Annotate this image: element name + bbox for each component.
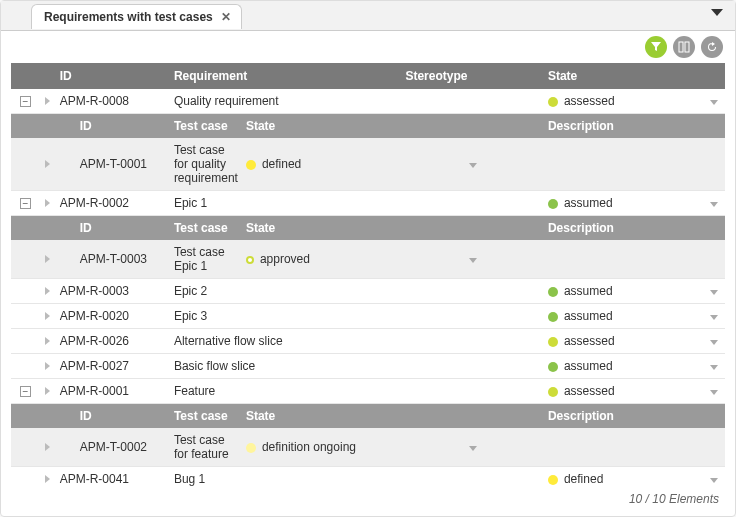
state-dropdown-icon[interactable] (710, 100, 718, 105)
footer-count: 10 / 10 Elements (1, 486, 735, 516)
tc-state: defined (242, 138, 402, 191)
req-state: defined (544, 467, 704, 487)
req-stereotype (401, 279, 544, 304)
chevron-right-icon (45, 387, 50, 395)
req-stereotype (401, 329, 544, 354)
requirement-row[interactable]: APM-R-0027Basic flow sliceassumed (11, 354, 725, 379)
col-requirement[interactable]: Requirement (170, 63, 402, 89)
state-dropdown-icon[interactable] (469, 258, 477, 263)
req-state: assessed (544, 89, 704, 114)
tc-id: APM-T-0001 (56, 138, 170, 191)
state-dropdown-icon[interactable] (710, 390, 718, 395)
tc-description (544, 428, 725, 467)
reload-button[interactable] (701, 36, 723, 58)
table-container: IDRequirementStereotypeState−APM-R-0008Q… (1, 63, 735, 486)
status-dot-icon (246, 256, 254, 264)
state-dropdown-icon[interactable] (710, 202, 718, 207)
tc-id: APM-T-0002 (56, 428, 170, 467)
chevron-right-icon (45, 312, 50, 320)
testcase-row[interactable]: APM-T-0001Test case for quality requirem… (11, 138, 725, 191)
tab-requirements[interactable]: Requirements with test cases ✕ (31, 4, 242, 29)
status-dot-icon (548, 312, 558, 322)
requirement-row[interactable]: APM-R-0041Bug 1defined (11, 467, 725, 487)
req-id: APM-R-0026 (56, 329, 170, 354)
state-dropdown-icon[interactable] (710, 290, 718, 295)
state-dropdown-icon[interactable] (710, 315, 718, 320)
req-name: Alternative flow slice (170, 329, 402, 354)
tc-id: APM-T-0003 (56, 240, 170, 279)
col-state[interactable]: State (544, 63, 725, 89)
req-name: Epic 1 (170, 191, 402, 216)
chevron-down-icon[interactable] (711, 9, 723, 16)
subcol-id[interactable]: ID (56, 404, 170, 429)
status-dot-icon (548, 97, 558, 107)
subcol-description[interactable]: Description (544, 404, 725, 429)
req-state: assumed (544, 279, 704, 304)
chevron-right-icon (45, 443, 50, 451)
subcol-testcase[interactable]: Test case (170, 216, 242, 241)
subcol-description[interactable]: Description (544, 114, 725, 139)
testcase-row[interactable]: APM-T-0003Test case Epic 1approved (11, 240, 725, 279)
subcol-testcase[interactable]: Test case (170, 404, 242, 429)
status-dot-icon (548, 199, 558, 209)
chevron-right-icon (45, 255, 50, 263)
table-header-main: IDRequirementStereotypeState (11, 63, 725, 89)
subcol-id[interactable]: ID (56, 114, 170, 139)
req-name: Bug 1 (170, 467, 402, 487)
filter-button[interactable] (645, 36, 667, 58)
req-name: Basic flow slice (170, 354, 402, 379)
subcol-testcase[interactable]: Test case (170, 114, 242, 139)
subcol-state[interactable]: State (242, 114, 544, 139)
status-dot-icon (246, 160, 256, 170)
subcol-id[interactable]: ID (56, 216, 170, 241)
tc-name: Test case Epic 1 (170, 240, 242, 279)
collapse-icon[interactable]: − (20, 96, 31, 107)
requirement-row[interactable]: −APM-R-0008Quality requirementassessed (11, 89, 725, 114)
tc-description (544, 138, 725, 191)
state-dropdown-icon[interactable] (469, 446, 477, 451)
req-name: Feature (170, 379, 402, 404)
table-header-sub: IDTest caseStateDescription (11, 216, 725, 241)
svg-rect-0 (679, 42, 683, 52)
req-stereotype (401, 354, 544, 379)
tc-description (544, 240, 725, 279)
requirement-row[interactable]: APM-R-0003Epic 2assumed (11, 279, 725, 304)
requirements-table: IDRequirementStereotypeState−APM-R-0008Q… (11, 63, 725, 486)
collapse-icon[interactable]: − (20, 386, 31, 397)
requirement-row[interactable]: APM-R-0026Alternative flow sliceassessed (11, 329, 725, 354)
tc-state: approved (242, 240, 402, 279)
chevron-right-icon (45, 287, 50, 295)
subcol-description[interactable]: Description (544, 216, 725, 241)
chevron-right-icon (45, 160, 50, 168)
requirement-row[interactable]: −APM-R-0001Featureassessed (11, 379, 725, 404)
requirement-row[interactable]: −APM-R-0002Epic 1assumed (11, 191, 725, 216)
toolbar (1, 31, 735, 63)
col-id[interactable]: ID (56, 63, 170, 89)
close-icon[interactable]: ✕ (221, 10, 231, 24)
status-dot-icon (548, 337, 558, 347)
collapse-icon[interactable]: − (20, 198, 31, 209)
requirements-window: Requirements with test cases ✕ IDRequire… (0, 0, 736, 517)
status-dot-icon (548, 475, 558, 485)
columns-button[interactable] (673, 36, 695, 58)
requirement-row[interactable]: APM-R-0020Epic 3assumed (11, 304, 725, 329)
state-dropdown-icon[interactable] (710, 365, 718, 370)
req-state: assessed (544, 379, 704, 404)
chevron-right-icon (45, 199, 50, 207)
testcase-row[interactable]: APM-T-0002Test case for featuredefinitio… (11, 428, 725, 467)
tab-bar: Requirements with test cases ✕ (1, 1, 735, 31)
status-dot-icon (548, 387, 558, 397)
subcol-state[interactable]: State (242, 216, 544, 241)
chevron-right-icon (45, 97, 50, 105)
state-dropdown-icon[interactable] (710, 340, 718, 345)
req-stereotype (401, 379, 544, 404)
state-dropdown-icon[interactable] (469, 163, 477, 168)
req-id: APM-R-0020 (56, 304, 170, 329)
state-dropdown-icon[interactable] (710, 478, 718, 483)
col-stereotype[interactable]: Stereotype (401, 63, 544, 89)
req-name: Epic 3 (170, 304, 402, 329)
table-header-sub: IDTest caseStateDescription (11, 404, 725, 429)
tab-title: Requirements with test cases (44, 10, 213, 24)
subcol-state[interactable]: State (242, 404, 544, 429)
req-id: APM-R-0003 (56, 279, 170, 304)
